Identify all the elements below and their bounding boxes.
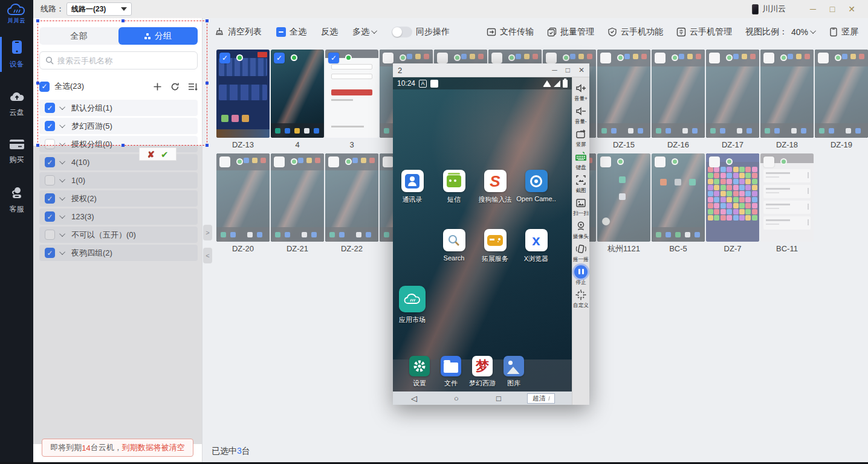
tool-camera-feed[interactable]: 摄像头	[572, 219, 590, 240]
nav-recent-button[interactable]: □	[478, 394, 520, 403]
app-gamepad[interactable]: 拓展服务	[476, 229, 514, 263]
device-thumbnail[interactable]: ✓	[216, 50, 270, 138]
select-all-toolbar-button[interactable]: 全选	[276, 27, 306, 37]
group-row[interactable]: 1(0)	[39, 172, 198, 188]
app-search[interactable]: Search	[435, 229, 473, 262]
device-checkbox[interactable]	[546, 53, 557, 63]
multi-select-button[interactable]: 多选	[352, 27, 377, 37]
sync-ops-toggle[interactable]: 同步操作	[392, 27, 450, 37]
sidebar-item-devices[interactable]: 设备	[0, 33, 33, 76]
panel-expand-handle[interactable]: >	[203, 225, 212, 240]
tab-all[interactable]: 全部	[39, 27, 118, 45]
tool-custom[interactable]: 自定义	[572, 288, 590, 309]
capture-confirm-button[interactable]: ✔	[161, 150, 169, 159]
tab-groups[interactable]: 分组	[118, 27, 198, 45]
device-thumbnail[interactable]	[597, 153, 650, 242]
group-row[interactable]: ✓ 夜鸦四组(2)	[39, 245, 198, 261]
tool-rotate-portrait[interactable]: 竖屏	[572, 127, 590, 149]
toggle-off-icon[interactable]	[392, 27, 412, 37]
device-thumbnail[interactable]	[325, 153, 378, 242]
chevron-down-icon[interactable]	[59, 158, 65, 164]
device-checkbox[interactable]	[763, 53, 774, 63]
group-checkbox[interactable]: ✓	[45, 248, 55, 258]
sidebar-item-support[interactable]: 客服	[0, 179, 33, 221]
device-checkbox[interactable]	[383, 53, 394, 63]
device-checkbox[interactable]	[437, 53, 448, 63]
minimize-button[interactable]: ─	[805, 4, 821, 14]
cloud-manage-button[interactable]: 云手机管理	[676, 27, 732, 37]
device-checkbox[interactable]	[491, 53, 502, 63]
search-input[interactable]	[57, 56, 192, 65]
device-thumbnail[interactable]	[760, 153, 814, 242]
device-thumbnail[interactable]	[597, 50, 650, 138]
device-checkbox[interactable]	[709, 53, 720, 63]
app-contacts[interactable]: 通讯录	[393, 170, 432, 204]
group-checkbox[interactable]	[45, 175, 55, 185]
portrait-mode-button[interactable]: 竖屏	[829, 27, 858, 37]
dock-app-files[interactable]: 文件	[435, 356, 467, 388]
dock-app-menghuan[interactable]: 梦梦幻西游	[467, 356, 498, 388]
tool-volume-up[interactable]: 音量+	[572, 82, 590, 103]
group-checkbox[interactable]: ✓	[45, 103, 55, 113]
tool-stop[interactable]: 停止	[572, 265, 590, 286]
chevron-down-icon[interactable]	[59, 104, 65, 110]
group-checkbox[interactable]: ✓	[45, 193, 55, 204]
dock-app-gallery[interactable]: 图库	[498, 356, 530, 388]
line-select-dropdown[interactable]: 线路一(23)	[66, 2, 132, 16]
device-thumbnail[interactable]: ✓	[271, 50, 324, 138]
device-checkbox[interactable]	[709, 156, 720, 167]
device-checkbox[interactable]	[655, 53, 666, 63]
batch-manage-button[interactable]: 批量管理	[547, 27, 594, 37]
invert-select-button[interactable]: 反选	[321, 27, 338, 37]
cloud-functions-button[interactable]: 云手机功能	[607, 27, 663, 37]
capture-cancel-button[interactable]: ✘	[147, 150, 155, 159]
device-checkbox[interactable]: ✓	[219, 53, 230, 63]
refresh-icon[interactable]	[170, 82, 180, 91]
group-checkbox[interactable]: ✓	[45, 157, 55, 167]
device-thumbnail[interactable]	[706, 153, 759, 242]
device-checkbox[interactable]: ✓	[274, 53, 285, 63]
device-checkbox[interactable]	[383, 156, 394, 167]
app-app-market[interactable]: 应用市场	[393, 286, 432, 324]
device-checkbox[interactable]	[818, 53, 829, 63]
app-sms[interactable]: 短信	[435, 170, 473, 204]
group-checkbox[interactable]: ✓	[45, 211, 55, 222]
file-transfer-button[interactable]: 文件传输	[487, 27, 534, 37]
tool-scan[interactable]: 扫一扫	[572, 196, 590, 218]
device-thumbnail[interactable]	[271, 153, 324, 242]
tool-shake[interactable]: 摇一摇	[572, 242, 590, 263]
phone-minimize-button[interactable]: ─	[552, 66, 557, 74]
group-row[interactable]: ✓ 默认分组(1)	[39, 100, 198, 116]
device-checkbox[interactable]	[655, 156, 666, 167]
collapse-list-icon[interactable]	[188, 82, 198, 91]
tool-volume-down[interactable]: 音量-	[572, 105, 590, 126]
device-thumbnail[interactable]	[760, 50, 814, 138]
close-button[interactable]: ✕	[844, 4, 860, 14]
device-thumbnail[interactable]: ✓	[325, 50, 378, 138]
group-checkbox[interactable]: ✓	[45, 121, 55, 131]
device-checkbox[interactable]: ✓	[328, 53, 339, 63]
device-checkbox[interactable]	[328, 156, 339, 167]
group-row[interactable]: ✓ 123(3)	[39, 208, 198, 225]
group-row[interactable]: ✓ 梦幻西游(5)	[39, 118, 198, 134]
device-checkbox[interactable]	[274, 156, 285, 167]
group-checkbox[interactable]	[45, 139, 55, 149]
tool-keyboard[interactable]: 键盘	[572, 150, 590, 172]
tool-screenshot[interactable]: 截图	[572, 173, 590, 195]
quality-selector[interactable]: 超清	[527, 393, 555, 404]
search-box[interactable]	[39, 51, 198, 69]
device-thumbnail[interactable]	[652, 50, 705, 138]
select-all-checkbox[interactable]: ✓	[39, 82, 50, 92]
phone-window-titlebar[interactable]: 2 ─ □ ✕	[393, 63, 589, 77]
device-thumbnail[interactable]	[815, 50, 868, 138]
dock-app-settings[interactable]: 设置	[404, 356, 435, 388]
chevron-down-icon[interactable]	[59, 122, 65, 128]
phone-screen[interactable]: 10:24 A 通讯录短信S搜狗输入法Open Came..Search拓展服务…	[393, 77, 572, 405]
app-x-browser[interactable]: xX浏览器	[517, 229, 555, 263]
device-checkbox[interactable]	[219, 156, 230, 167]
expiry-warning[interactable]: 即将到期14台云机，到期数据将被清空	[42, 439, 193, 457]
view-scale-dropdown[interactable]: 视图比例： 40%	[745, 27, 816, 37]
app-sogou[interactable]: S搜狗输入法	[476, 170, 514, 204]
add-group-icon[interactable]	[153, 82, 162, 91]
nav-back-button[interactable]: ◁	[393, 394, 435, 403]
